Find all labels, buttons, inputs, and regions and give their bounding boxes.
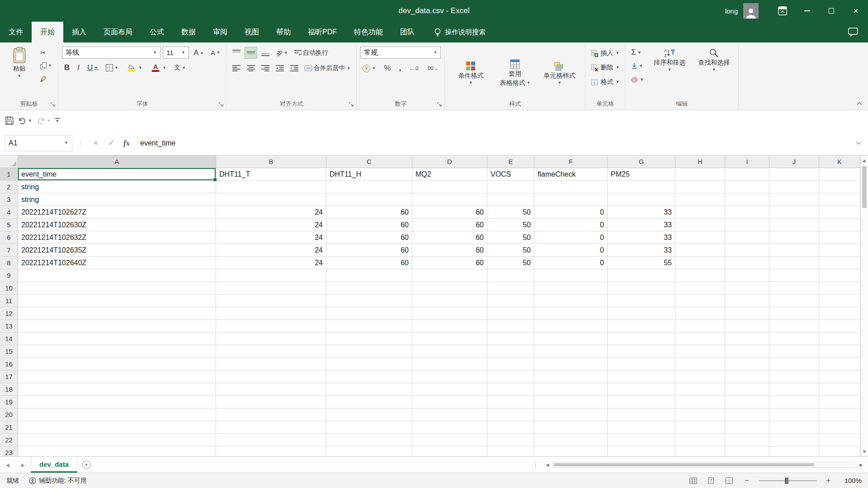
- sheet-tab-dev-data[interactable]: dev_data: [31, 457, 77, 473]
- user-name[interactable]: long: [725, 7, 738, 15]
- row-header-4[interactable]: 4: [0, 206, 18, 219]
- cell-H15[interactable]: [675, 345, 725, 358]
- formula-bar-splitter[interactable]: ⋮: [72, 139, 88, 147]
- cell-H5[interactable]: [675, 219, 725, 231]
- cell-I7[interactable]: [725, 244, 769, 257]
- column-header-B[interactable]: B: [216, 155, 326, 168]
- tab-formulas[interactable]: 公式: [141, 22, 173, 42]
- cell-H3[interactable]: [675, 193, 725, 206]
- cell-K15[interactable]: [819, 345, 860, 358]
- cell-J23[interactable]: [769, 446, 819, 456]
- cell-B23[interactable]: [216, 446, 326, 456]
- cell-G22[interactable]: [608, 434, 675, 446]
- row-header-19[interactable]: 19: [0, 396, 18, 408]
- tab-data[interactable]: 数据: [173, 22, 204, 42]
- cell-G13[interactable]: [608, 320, 675, 333]
- normal-view-button[interactable]: [687, 475, 699, 486]
- align-left-button[interactable]: [230, 62, 243, 74]
- cell-F15[interactable]: [534, 345, 608, 358]
- scroll-left-arrow[interactable]: ◄: [542, 462, 552, 468]
- cell-J9[interactable]: [769, 269, 819, 282]
- cut-button[interactable]: ✂: [38, 47, 54, 59]
- tab-page-layout[interactable]: 页面布局: [95, 22, 141, 42]
- column-header-G[interactable]: G: [608, 155, 675, 168]
- cell-I5[interactable]: [725, 219, 769, 231]
- cell-C18[interactable]: [326, 383, 412, 396]
- cell-A2[interactable]: string: [18, 181, 216, 193]
- accounting-format-button[interactable]: ¥ ▼: [360, 62, 378, 74]
- cell-B7[interactable]: 24: [216, 244, 326, 257]
- column-header-C[interactable]: C: [326, 155, 412, 168]
- cell-D12[interactable]: [412, 307, 487, 320]
- cell-A6[interactable]: 20221214T102632Z: [18, 231, 216, 244]
- cell-C20[interactable]: [326, 408, 412, 421]
- find-select-button[interactable]: 查找和选择 ▼: [693, 45, 735, 98]
- cell-G8[interactable]: 55: [608, 257, 675, 269]
- row-header-23[interactable]: 23: [0, 446, 18, 456]
- cell-D6[interactable]: 60: [412, 231, 487, 244]
- cell-D8[interactable]: 60: [412, 257, 487, 269]
- cell-H22[interactable]: [675, 434, 725, 446]
- cell-K18[interactable]: [819, 383, 860, 396]
- cell-A22[interactable]: [18, 434, 216, 446]
- customize-quick-access-button[interactable]: ▼: [55, 118, 60, 123]
- cell-G10[interactable]: [608, 282, 675, 295]
- cell-J17[interactable]: [769, 371, 819, 383]
- cell-F18[interactable]: [534, 383, 608, 396]
- cell-K17[interactable]: [819, 371, 860, 383]
- cell-D23[interactable]: [412, 446, 487, 456]
- cell-B17[interactable]: [216, 371, 326, 383]
- column-header-J[interactable]: J: [769, 155, 819, 168]
- cell-G15[interactable]: [608, 345, 675, 358]
- cell-C15[interactable]: [326, 345, 412, 358]
- column-header-E[interactable]: E: [487, 155, 534, 168]
- format-as-table-button[interactable]: 套用 表格格式▼: [493, 56, 537, 87]
- cell-K4[interactable]: [819, 206, 860, 219]
- cell-B10[interactable]: [216, 282, 326, 295]
- cell-B15[interactable]: [216, 345, 326, 358]
- cell-C16[interactable]: [326, 358, 412, 371]
- cell-D22[interactable]: [412, 434, 487, 446]
- page-break-view-button[interactable]: [723, 475, 735, 486]
- cell-J21[interactable]: [769, 421, 819, 434]
- cell-B21[interactable]: [216, 421, 326, 434]
- cell-I21[interactable]: [725, 421, 769, 434]
- italic-button[interactable]: I: [75, 62, 82, 74]
- cell-J11[interactable]: [769, 295, 819, 307]
- cell-D7[interactable]: 60: [412, 244, 487, 257]
- name-box[interactable]: A1 ▼: [5, 135, 72, 151]
- cell-H6[interactable]: [675, 231, 725, 244]
- cell-A13[interactable]: [18, 320, 216, 333]
- cell-G6[interactable]: 33: [608, 231, 675, 244]
- avatar[interactable]: [743, 3, 759, 19]
- cell-B16[interactable]: [216, 358, 326, 371]
- cell-G3[interactable]: [608, 193, 675, 206]
- cell-A18[interactable]: [18, 383, 216, 396]
- dialog-launcher-font[interactable]: [219, 102, 224, 108]
- cell-E10[interactable]: [487, 282, 534, 295]
- horizontal-scroll-track[interactable]: [552, 462, 856, 468]
- cell-E7[interactable]: 50: [487, 244, 534, 257]
- cell-E18[interactable]: [487, 383, 534, 396]
- cell-E21[interactable]: [487, 421, 534, 434]
- scroll-right-arrow[interactable]: ►: [856, 462, 866, 468]
- percent-style-button[interactable]: %: [382, 62, 393, 74]
- row-header-14[interactable]: 14: [0, 333, 18, 345]
- borders-button[interactable]: ▼: [104, 62, 121, 74]
- cell-J13[interactable]: [769, 320, 819, 333]
- cell-A19[interactable]: [18, 396, 216, 408]
- cell-A9[interactable]: [18, 269, 216, 282]
- cell-C4[interactable]: 60: [326, 206, 412, 219]
- comma-style-button[interactable]: ,: [396, 62, 403, 74]
- cell-A15[interactable]: [18, 345, 216, 358]
- cell-C1[interactable]: DHT11_H: [326, 168, 412, 181]
- cell-H18[interactable]: [675, 383, 725, 396]
- cell-A16[interactable]: [18, 358, 216, 371]
- cell-D16[interactable]: [412, 358, 487, 371]
- cell-I9[interactable]: [725, 269, 769, 282]
- cell-I8[interactable]: [725, 257, 769, 269]
- cell-G16[interactable]: [608, 358, 675, 371]
- close-button[interactable]: ×: [844, 0, 868, 22]
- tab-file[interactable]: 文件: [0, 22, 32, 42]
- cell-J7[interactable]: [769, 244, 819, 257]
